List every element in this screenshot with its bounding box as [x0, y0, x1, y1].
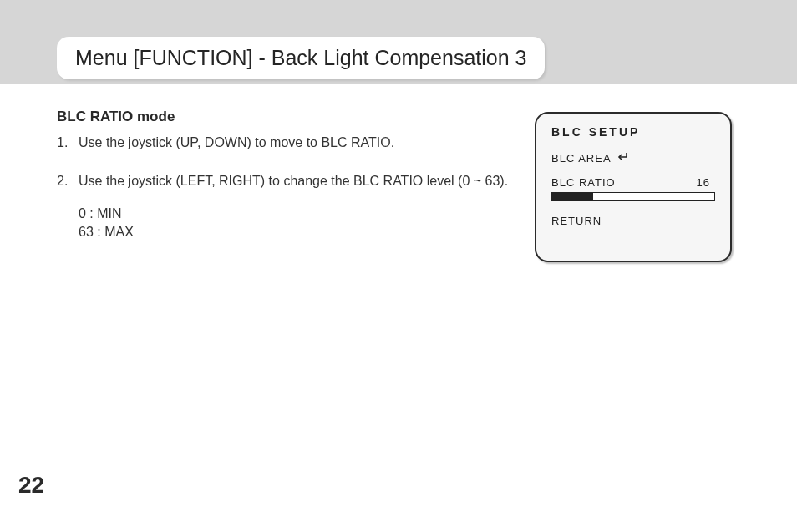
osd-row-area[interactable]: BLC AREA — [551, 152, 715, 165]
step-text: Use the joystick (UP, DOWN) to move to B… — [79, 134, 394, 152]
osd-ratio-value: 16 — [697, 176, 715, 189]
ratio-progress-bar[interactable] — [551, 192, 715, 201]
step-extra-line: 63 : MAX — [79, 223, 508, 241]
instructions-block: BLC RATIO mode 1. Use the joystick (UP, … — [57, 109, 525, 261]
osd-panel: BLC SETUP BLC AREA BLC RATIO 16 RETURN — [535, 112, 732, 262]
header-band: Menu [FUNCTION] - Back Light Compensatio… — [0, 0, 797, 84]
page-number: 22 — [18, 472, 44, 499]
ratio-progress-fill — [552, 193, 593, 200]
osd-area-label: BLC AREA — [551, 152, 612, 165]
osd-ratio-label: BLC RATIO — [551, 176, 616, 189]
osd-return-label: RETURN — [551, 215, 602, 227]
step-text: Use the joystick (LEFT, RIGHT) to change… — [79, 174, 508, 188]
enter-icon — [617, 152, 628, 165]
osd-title: BLC SETUP — [551, 125, 715, 139]
osd-row-ratio[interactable]: BLC RATIO 16 — [551, 176, 715, 189]
step-extra-line: 0 : MIN — [79, 205, 508, 223]
page-title: Menu [FUNCTION] - Back Light Compensatio… — [57, 37, 545, 79]
step-item: 1. Use the joystick (UP, DOWN) to move t… — [57, 134, 525, 152]
step-number: 2. — [57, 172, 79, 190]
section-subhead: BLC RATIO mode — [57, 109, 525, 125]
osd-row-return[interactable]: RETURN — [551, 215, 715, 227]
step-item: 2. Use the joystick (LEFT, RIGHT) to cha… — [57, 172, 525, 241]
step-number: 1. — [57, 134, 79, 152]
